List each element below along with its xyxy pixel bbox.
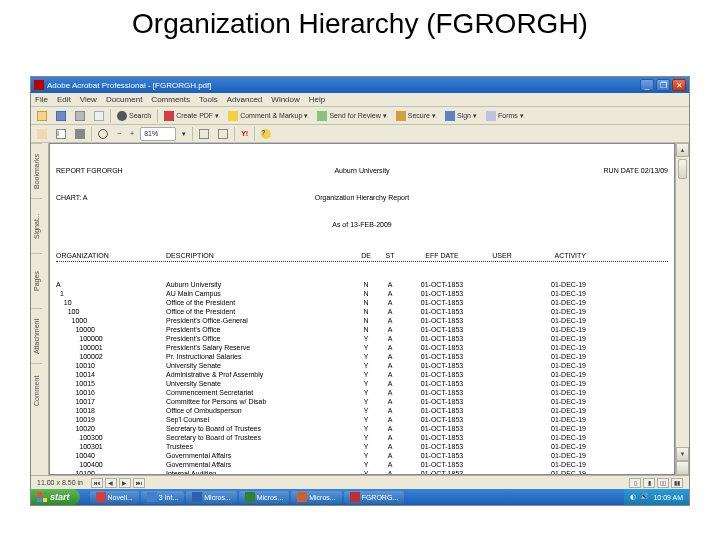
menu-comments[interactable]: Comments [151, 95, 190, 104]
word-icon [192, 492, 202, 502]
task-item[interactable]: Novell... [90, 491, 139, 504]
report-row: 10019Sep'l CounselYA01-OCT-185301-DEC-19 [56, 415, 668, 424]
disk-icon [56, 111, 66, 121]
window-title: Adobe Acrobat Professional - [FGRORGH.pd… [47, 81, 640, 90]
print-button[interactable] [72, 109, 88, 123]
task-item[interactable]: 3 Int... [141, 491, 184, 504]
menubar: File Edit View Document Comments Tools A… [31, 93, 689, 107]
zoom-tool[interactable] [95, 127, 111, 141]
report-id: REPORT FGRORGH [56, 167, 123, 174]
save-button[interactable] [53, 109, 69, 123]
report-row: 1000President's Office-GeneralNA01-OCT-1… [56, 316, 668, 325]
magnifier-icon [98, 129, 108, 139]
form-icon [486, 111, 496, 121]
statusbar: 11.00 x 8.50 in ⏮ ◀ ▶ ⏭ ▯ ▮ ▯▯ ▮▮ [31, 475, 689, 489]
tab-attachments[interactable]: Attachment [31, 308, 42, 363]
menu-tools[interactable]: Tools [199, 95, 218, 104]
hand-icon [37, 129, 47, 139]
report-org: Auburn University [334, 167, 389, 174]
menu-window[interactable]: Window [271, 95, 299, 104]
report-row: 10018Office of OmbudspersonYA01-OCT-1853… [56, 406, 668, 415]
send-review-button[interactable]: Send for Review ▾ [314, 109, 389, 123]
tab-bookmarks[interactable]: Bookmarks [31, 143, 42, 198]
zoom-out-button[interactable]: − [114, 127, 124, 141]
zoom-in-button[interactable]: + [127, 127, 137, 141]
task-item[interactable]: Micros... [239, 491, 289, 504]
first-page-button[interactable]: ⏮ [91, 478, 103, 488]
app-icon [34, 80, 44, 90]
secure-button[interactable]: Secure ▾ [393, 109, 439, 123]
scroll-corner [676, 461, 689, 475]
task-item[interactable]: FGRORG... [344, 491, 405, 504]
last-page-button[interactable]: ⏭ [133, 478, 145, 488]
report-row: 10016Commencement SecretariatYA01-OCT-18… [56, 388, 668, 397]
help-button[interactable]: ? [258, 127, 274, 141]
report-row: 10040Governmental AffairsYA01-OCT-185301… [56, 451, 668, 460]
zoom-field[interactable]: 81% [140, 127, 176, 141]
sign-button[interactable]: Sign ▾ [442, 109, 480, 123]
menu-document[interactable]: Document [106, 95, 142, 104]
start-button[interactable]: start [31, 489, 80, 505]
toolbar-primary: Search Create PDF ▾ Comment & Markup ▾ S… [31, 107, 689, 125]
minimize-button[interactable]: _ [640, 79, 654, 91]
maximize-button[interactable]: ❐ [656, 79, 670, 91]
email-button[interactable] [91, 109, 107, 123]
close-button[interactable]: ✕ [672, 79, 686, 91]
menu-help[interactable]: Help [309, 95, 325, 104]
clock[interactable]: 10:09 AM [653, 494, 683, 501]
tray-icon[interactable]: ◐ [630, 493, 636, 501]
fit-width-icon [218, 129, 228, 139]
report-rundate: RUN DATE 02/13/09 [604, 167, 668, 174]
tab-signatures[interactable]: Signat... [31, 198, 42, 253]
report-asof: As of 13-FEB-2009 [332, 221, 392, 228]
ppt-icon [297, 492, 307, 502]
report-row: 100301TrusteesYA01-OCT-185301-DEC-19 [56, 442, 668, 451]
hand-tool[interactable] [34, 127, 50, 141]
report-row: AAuburn UniversityNA01-OCT-185301-DEC-19 [56, 280, 668, 289]
menu-advanced[interactable]: Advanced [227, 95, 263, 104]
menu-view[interactable]: View [80, 95, 97, 104]
tab-pages[interactable]: Pages [31, 253, 42, 308]
column-headers: ORGANIZATIONDESCRIPTIONDESTEFF DATEUSERA… [56, 251, 668, 262]
report-row: 10Office of the PresidentNA01-OCT-185301… [56, 298, 668, 307]
tray-icon[interactable]: 🔊 [640, 493, 649, 501]
tab-comments[interactable]: Comment [31, 363, 42, 418]
send-icon [317, 111, 327, 121]
slide-title: Organization Hierarchy (FGRORGH) [0, 0, 720, 44]
task-item[interactable]: Micros... [291, 491, 341, 504]
report-row: 100Office of the PresidentNA01-OCT-18530… [56, 307, 668, 316]
report-body: REPORT FGRORGH Auburn University RUN DAT… [50, 144, 674, 475]
menu-file[interactable]: File [35, 95, 48, 104]
fit-page-button[interactable] [196, 127, 212, 141]
menu-edit[interactable]: Edit [57, 95, 71, 104]
select-tool[interactable]: I [53, 127, 69, 141]
camera-icon [75, 129, 85, 139]
facing-button[interactable]: ▯▯ [657, 478, 669, 488]
continuous-button[interactable]: ▮ [643, 478, 655, 488]
zoom-dropdown[interactable]: ▾ [179, 127, 189, 141]
scroll-down-button[interactable]: ▼ [676, 447, 689, 461]
fit-width-button[interactable] [215, 127, 231, 141]
task-item[interactable]: Micros... [186, 491, 236, 504]
note-icon [228, 111, 238, 121]
comment-markup-button[interactable]: Comment & Markup ▾ [225, 109, 311, 123]
search-button[interactable]: Search [114, 109, 154, 123]
system-tray[interactable]: ◐ 🔊 10:09 AM [624, 489, 689, 505]
snapshot-tool[interactable] [72, 127, 88, 141]
vertical-scrollbar[interactable]: ▲ ▼ [675, 143, 689, 475]
titlebar: Adobe Acrobat Professional - [FGRORGH.pd… [31, 77, 689, 93]
prev-page-button[interactable]: ◀ [105, 478, 117, 488]
continuous-facing-button[interactable]: ▮▮ [671, 478, 683, 488]
pdf-icon [350, 492, 360, 502]
open-button[interactable] [34, 109, 50, 123]
windows-taskbar: start Novell... 3 Int... Micros... Micro… [31, 489, 689, 505]
scroll-thumb[interactable] [678, 159, 687, 179]
report-row: 10020Secretary to Board of TrusteesYA01-… [56, 424, 668, 433]
scroll-up-button[interactable]: ▲ [676, 143, 689, 157]
single-page-button[interactable]: ▯ [629, 478, 641, 488]
forms-button[interactable]: Forms ▾ [483, 109, 527, 123]
next-page-button[interactable]: ▶ [119, 478, 131, 488]
yahoo-button[interactable]: Y! [238, 127, 251, 141]
printer-icon [75, 111, 85, 121]
create-pdf-button[interactable]: Create PDF ▾ [161, 109, 222, 123]
